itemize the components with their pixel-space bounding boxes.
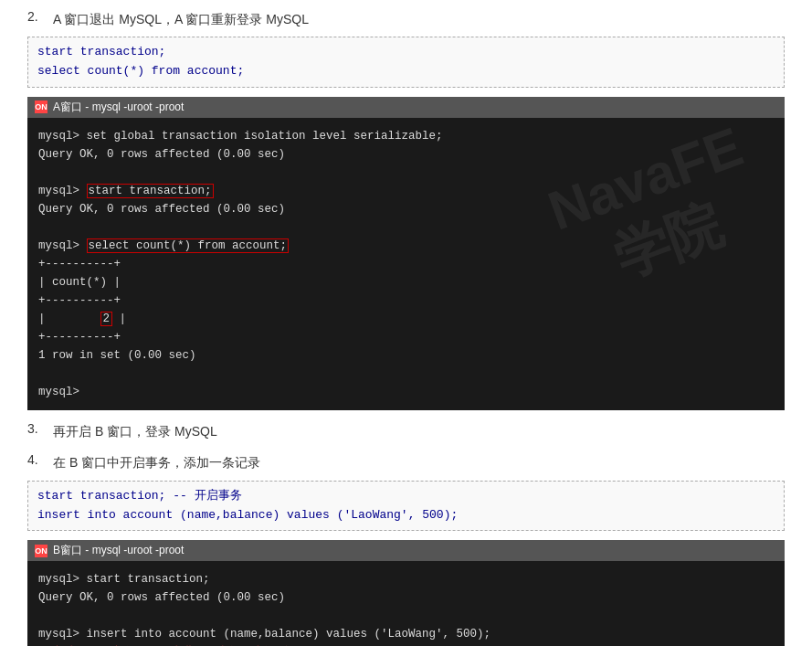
step-2-number: 2. (27, 9, 46, 24)
step-2-section: 2. A 窗口退出 MySQL，A 窗口重新登录 MySQL start tra… (27, 9, 785, 410)
terminal-b-body: mysql> start transaction; Query OK, 0 ro… (27, 561, 785, 646)
term-a-highlight-1: start transaction; (87, 184, 214, 198)
terminal-a-icon: ON (35, 101, 47, 113)
terminal-b-wrapper: ON B窗口 - mysql -uroot -proot mysql> star… (27, 540, 785, 646)
term-a-table: +----------+ | count(*) | +----------+ |… (38, 258, 196, 398)
code-line-2: select count(*) from account; (37, 62, 775, 81)
terminal-b-titlebar: ON B窗口 - mysql -uroot -proot (27, 540, 785, 561)
terminal-b-title: B窗口 - mysql -uroot -proot (53, 543, 184, 558)
terminal-a-wrapper: ON A窗口 - mysql -uroot -proot mysql> set … (27, 97, 785, 410)
step-3-heading: 3. 再开启 B 窗口，登录 MySQL (27, 421, 785, 441)
step-2-text: A 窗口退出 MySQL，A 窗口重新登录 MySQL (53, 9, 309, 29)
step-4-section: 4. 在 B 窗口中开启事务，添加一条记录 start transaction;… (27, 452, 785, 646)
code-block-b: start transaction; -- 开启事务 insert into a… (27, 481, 785, 532)
terminal-a-body: mysql> set global transaction isolation … (27, 118, 785, 410)
step-4-heading: 4. 在 B 窗口中开启事务，添加一条记录 (27, 452, 785, 472)
term-a-highlight-2: select count(*) from account; (87, 238, 290, 253)
terminal-b-icon: ON (35, 545, 47, 557)
term-b-line1: mysql> start transaction; Query OK, 0 ro… (38, 573, 490, 641)
code-block-a: start transaction; select count(*) from … (27, 37, 785, 88)
terminal-a-titlebar: ON A窗口 - mysql -uroot -proot (27, 97, 785, 118)
step-3-section: 3. 再开启 B 窗口，登录 MySQL (27, 421, 785, 441)
code-b-line-1: start transaction; -- 开启事务 (37, 487, 775, 506)
code-line-1: start transaction; (37, 43, 775, 62)
step-3-text: 再开启 B 窗口，登录 MySQL (53, 421, 217, 441)
terminal-a-title: A窗口 - mysql -uroot -proot (53, 100, 184, 115)
step-3-number: 3. (27, 421, 46, 436)
code-b-line-2: insert into account (name,balance) value… (37, 506, 775, 525)
step-2-heading: 2. A 窗口退出 MySQL，A 窗口重新登录 MySQL (27, 9, 785, 29)
step-4-number: 4. (27, 452, 46, 467)
step-4-text: 在 B 窗口中开启事务，添加一条记录 (53, 452, 260, 472)
